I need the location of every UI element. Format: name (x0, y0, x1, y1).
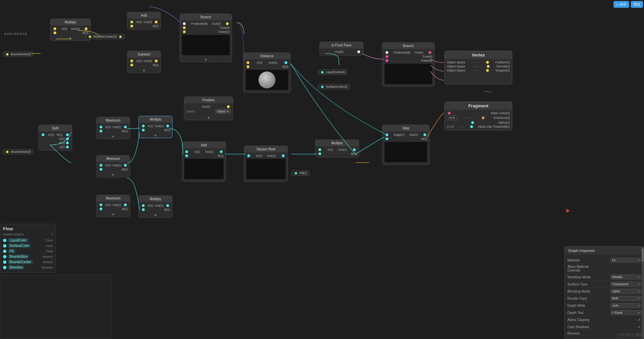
vertex-extra (445, 74, 512, 84)
step-node[interactable]: Step Edge(1) Out(1) In(1) (382, 125, 430, 165)
branch1-true (183, 26, 186, 29)
flow-item-bounds-center[interactable]: BoundsCenter Vector3 (3, 260, 53, 264)
save-button[interactable]: ∞ 保存 (614, 1, 629, 8)
frag-base-port (448, 112, 451, 114)
multiply-node-3[interactable]: Multiply A(1) Out(1) B(1) ▼ (139, 195, 172, 218)
inspector-surface-type: Surface Type Transparent Opaque (567, 281, 641, 288)
cast-shadows-check[interactable]: ✓ (638, 324, 641, 329)
surface-color-node[interactable]: SurfaceColor(4) (318, 84, 350, 89)
surface-type-select[interactable]: Transparent Opaque (610, 282, 641, 287)
fill-node[interactable]: Fill(1) (291, 170, 310, 176)
workflow-select-wrap[interactable]: Metallic Specular (610, 275, 641, 279)
inspector-depth-write: Depth Write Auto ForceEnabled ForceDisab… (567, 302, 641, 309)
branch-node-1-header: Branch (180, 14, 232, 20)
xyz-label: X 0.5 Y 0.5 Z 0.5 (4, 32, 27, 36)
port-out3 (85, 27, 87, 30)
max2-out (124, 204, 127, 206)
branch2-out (429, 51, 431, 54)
maximum-node-2[interactable]: Maximum A(1) Out(1) B(1) ▼ (96, 195, 130, 217)
position-header: Position (184, 97, 233, 103)
is-front-face-node[interactable]: Is Front Face Out(8) (319, 42, 363, 56)
branch2-header: Branch (382, 43, 434, 49)
sub-b (130, 64, 133, 66)
render-face-select-wrap[interactable]: Both Front Back (610, 296, 641, 301)
blending-select-wrap[interactable]: Alpha Additive (610, 289, 641, 294)
add2-header: Add (182, 142, 226, 148)
liquid-color-node[interactable]: LiquidColor(4) (318, 69, 348, 75)
inspector-render-face: Render Face Both Front Back ➤ (567, 295, 641, 302)
dist-out (285, 61, 287, 64)
split-g (66, 137, 69, 140)
preview-label: 预览 (633, 2, 640, 7)
flow-add-button[interactable]: + (51, 233, 53, 236)
multiply3-header: Multiply (139, 196, 172, 202)
min-b (100, 168, 102, 171)
add-node-2[interactable]: Add A(1) Out(1) B(1) (182, 142, 226, 182)
render-face-select[interactable]: Both Front Back (610, 296, 641, 301)
pos-out (227, 105, 230, 108)
mul2-b (318, 152, 321, 155)
maximum-node-1[interactable]: Maximum A(1) Out(1) B(1) ▼ (96, 117, 130, 139)
vertex-pos-port (486, 61, 489, 64)
bounds-size-node-2[interactable]: BoundsSize(3) (3, 149, 33, 154)
inspector-scrollbar-thumb[interactable] (642, 248, 644, 262)
multiply-node-4[interactable]: Multiply A(1) Out(1) B(1) ▼ (139, 116, 172, 138)
multiply4-header: Multiply (139, 116, 172, 123)
dist-b (247, 65, 249, 68)
branch1-false (183, 30, 186, 33)
frag-emission-port (482, 116, 484, 119)
space-dropdown[interactable]: Object ▼ (215, 109, 231, 114)
distance-node[interactable]: Distance A(3) Out(1) B(3) (243, 52, 291, 93)
hdr-label: HDR (447, 115, 457, 120)
depth-test-select[interactable]: L Equal Always Less (610, 310, 641, 315)
material-select[interactable]: Lit Unlit (610, 258, 641, 262)
add-node-1[interactable]: Add A(3) Out(3) B(3) (127, 12, 161, 30)
flow-title: Flow (3, 226, 53, 231)
bounds-size-dot (3, 255, 6, 258)
fragment-node[interactable]: Fragment Base Color(3) HDR →→ Emission(3… (444, 102, 512, 130)
depth-write-select[interactable]: Auto ForceEnabled ForceDisabled (610, 303, 641, 308)
surface-type-select-wrap[interactable]: Transparent Opaque (610, 282, 641, 287)
minimum-node[interactable]: Minimum A(1) Out(1) B(1) ▼ (96, 155, 130, 177)
canvas-area[interactable]: ∞ 保存 预览 Multiply A(3) Out(3) B(3) ▼ X 0.… (0, 0, 644, 339)
port-b3-in (54, 31, 56, 34)
liquid-color-dot (3, 239, 6, 242)
bounds-size-node[interactable]: BoundsSize(3) (3, 51, 33, 57)
vertex-norm-port (487, 65, 490, 68)
branch-node-2[interactable]: Branch Predicate(8) Out(4) True(4) False… (382, 42, 435, 87)
square-root-node[interactable]: Square Root In(1) Out(1) (244, 146, 288, 182)
inspector-material: Material Lit Unlit (567, 257, 641, 264)
branch1-chevron: ▼ (180, 58, 232, 62)
blending-select[interactable]: Alpha Additive (610, 289, 641, 294)
max1-out (124, 126, 127, 128)
save-icon: ∞ (616, 3, 619, 6)
depth-test-select-wrap[interactable]: L Equal Always Less (610, 310, 641, 315)
material-select-wrap[interactable]: Lit Unlit (610, 258, 641, 262)
alpha-clipping-check[interactable]: ✓ (638, 317, 641, 322)
workflow-select[interactable]: Metallic Specular (610, 275, 641, 279)
flow-item-fill[interactable]: Fill Float (3, 249, 53, 253)
bounds-center-node[interactable]: BoundsCenter(3) (85, 34, 125, 39)
split-node[interactable]: Split In(3) R(1) G(1) B(1) A(1) (38, 125, 72, 151)
flow-item-bounds-size[interactable]: BoundsSize Vector3 (3, 254, 53, 259)
mul2-out (353, 148, 356, 151)
multiply-node-2[interactable]: Multiply A(1) Out(1) B(1) (315, 140, 359, 157)
vertex-node[interactable]: Vertex Object Space →→ Position(3) Objec… (444, 51, 512, 84)
multiply-node-1[interactable]: Multiply A(3) Out(3) B(3) ▼ (50, 19, 91, 41)
add1-port-a (130, 21, 133, 23)
subtract-node[interactable]: Subtract A(3) Out(3) B(3) ▼ (127, 51, 161, 73)
depth-write-select-wrap[interactable]: Auto ForceEnabled ForceDisabled (610, 303, 641, 308)
mul4-out (166, 125, 169, 127)
branch1-out (226, 22, 229, 25)
save-label: 保存 (620, 2, 626, 7)
inspector-scrollbar[interactable] (642, 247, 644, 339)
split-b (66, 142, 69, 144)
bounds-size-port-2 (6, 151, 8, 153)
flow-item-surface-color[interactable]: SurfaceColor Color (3, 243, 53, 248)
preview-button[interactable]: 预览 (631, 1, 643, 8)
is-front-face-header: Is Front Face (320, 42, 363, 48)
flow-item-liquid-color[interactable]: LiquidColor Color (3, 238, 53, 242)
flow-item-direction[interactable]: Direction Boolean (3, 265, 53, 270)
position-node[interactable]: Position Out(3) Space Object ▼ ▼ (184, 97, 233, 120)
branch-node-1[interactable]: Branch Predicate(8) Out(3) True(3) False… (180, 14, 232, 62)
